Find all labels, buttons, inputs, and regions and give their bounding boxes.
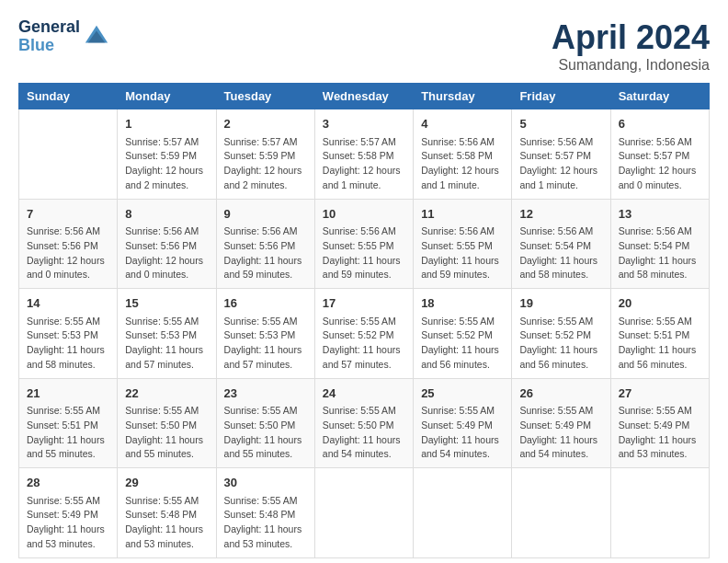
calendar-cell xyxy=(610,468,709,558)
day-info: Sunrise: 5:56 AM Sunset: 5:56 PM Dayligh… xyxy=(125,224,208,282)
calendar-cell: 19Sunrise: 5:55 AM Sunset: 5:52 PM Dayli… xyxy=(512,289,610,379)
day-info: Sunrise: 5:55 AM Sunset: 5:51 PM Dayligh… xyxy=(619,315,701,373)
page-header: GeneralBlue April 2024 Sumandang, Indone… xyxy=(18,18,710,74)
day-info: Sunrise: 5:55 AM Sunset: 5:52 PM Dayligh… xyxy=(421,315,504,373)
day-number: 25 xyxy=(421,385,504,403)
column-header-friday: Friday xyxy=(512,84,610,109)
calendar-cell xyxy=(19,109,118,200)
day-info: Sunrise: 5:57 AM Sunset: 5:59 PM Dayligh… xyxy=(224,135,307,193)
month-title: April 2024 xyxy=(552,18,710,57)
day-info: Sunrise: 5:57 AM Sunset: 5:58 PM Dayligh… xyxy=(323,135,405,193)
calendar-cell: 4Sunrise: 5:56 AM Sunset: 5:58 PM Daylig… xyxy=(414,109,512,200)
logo: GeneralBlue xyxy=(18,18,109,55)
day-number: 26 xyxy=(519,385,602,403)
day-info: Sunrise: 5:55 AM Sunset: 5:53 PM Dayligh… xyxy=(125,315,208,373)
day-number: 28 xyxy=(27,474,109,492)
calendar-cell: 17Sunrise: 5:55 AM Sunset: 5:52 PM Dayli… xyxy=(314,289,413,379)
calendar-cell: 20Sunrise: 5:55 AM Sunset: 5:51 PM Dayli… xyxy=(610,289,709,379)
calendar-cell: 7Sunrise: 5:56 AM Sunset: 5:56 PM Daylig… xyxy=(19,199,118,289)
location-title: Sumandang, Indonesia xyxy=(552,57,710,74)
calendar-cell: 5Sunrise: 5:56 AM Sunset: 5:57 PM Daylig… xyxy=(512,109,610,200)
day-info: Sunrise: 5:56 AM Sunset: 5:56 PM Dayligh… xyxy=(224,224,307,282)
day-number: 5 xyxy=(519,115,602,133)
calendar-cell: 24Sunrise: 5:55 AM Sunset: 5:50 PM Dayli… xyxy=(314,378,413,468)
day-number: 23 xyxy=(224,385,307,403)
day-number: 1 xyxy=(125,115,208,133)
calendar-cell: 23Sunrise: 5:55 AM Sunset: 5:50 PM Dayli… xyxy=(216,378,314,468)
day-info: Sunrise: 5:55 AM Sunset: 5:50 PM Dayligh… xyxy=(125,404,208,462)
day-info: Sunrise: 5:55 AM Sunset: 5:49 PM Dayligh… xyxy=(421,404,504,462)
day-number: 7 xyxy=(27,205,109,224)
calendar-cell xyxy=(512,468,610,558)
calendar-cell xyxy=(414,468,512,558)
day-info: Sunrise: 5:56 AM Sunset: 5:54 PM Dayligh… xyxy=(619,224,701,282)
day-info: Sunrise: 5:56 AM Sunset: 5:55 PM Dayligh… xyxy=(323,224,405,282)
week-row-4: 21Sunrise: 5:55 AM Sunset: 5:51 PM Dayli… xyxy=(19,378,710,468)
column-header-wednesday: Wednesday xyxy=(314,84,413,109)
calendar-cell: 26Sunrise: 5:55 AM Sunset: 5:49 PM Dayli… xyxy=(512,378,610,468)
day-number: 10 xyxy=(323,205,405,224)
title-area: April 2024 Sumandang, Indonesia xyxy=(552,18,710,74)
day-number: 15 xyxy=(125,294,208,313)
calendar-cell: 3Sunrise: 5:57 AM Sunset: 5:58 PM Daylig… xyxy=(314,109,413,200)
week-row-5: 28Sunrise: 5:55 AM Sunset: 5:49 PM Dayli… xyxy=(19,468,710,558)
day-info: Sunrise: 5:55 AM Sunset: 5:48 PM Dayligh… xyxy=(125,494,208,552)
day-info: Sunrise: 5:56 AM Sunset: 5:57 PM Dayligh… xyxy=(519,135,602,193)
day-info: Sunrise: 5:55 AM Sunset: 5:48 PM Dayligh… xyxy=(224,494,307,552)
day-number: 6 xyxy=(619,115,701,133)
calendar-cell: 18Sunrise: 5:55 AM Sunset: 5:52 PM Dayli… xyxy=(414,289,512,379)
column-header-thursday: Thursday xyxy=(414,84,512,109)
day-info: Sunrise: 5:55 AM Sunset: 5:49 PM Dayligh… xyxy=(619,404,701,462)
calendar-cell: 1Sunrise: 5:57 AM Sunset: 5:59 PM Daylig… xyxy=(118,109,216,200)
day-number: 27 xyxy=(619,385,701,403)
day-info: Sunrise: 5:55 AM Sunset: 5:49 PM Dayligh… xyxy=(519,404,602,462)
day-info: Sunrise: 5:56 AM Sunset: 5:58 PM Dayligh… xyxy=(421,135,504,193)
day-number: 4 xyxy=(421,115,504,133)
day-number: 11 xyxy=(421,205,504,224)
calendar-cell: 10Sunrise: 5:56 AM Sunset: 5:55 PM Dayli… xyxy=(314,199,413,289)
day-number: 18 xyxy=(421,294,504,313)
calendar-cell: 16Sunrise: 5:55 AM Sunset: 5:53 PM Dayli… xyxy=(216,289,314,379)
calendar-cell xyxy=(314,468,413,558)
day-info: Sunrise: 5:56 AM Sunset: 5:55 PM Dayligh… xyxy=(421,224,504,282)
day-number: 24 xyxy=(323,385,405,403)
day-number: 19 xyxy=(519,294,602,313)
calendar-cell: 29Sunrise: 5:55 AM Sunset: 5:48 PM Dayli… xyxy=(118,468,216,558)
day-info: Sunrise: 5:56 AM Sunset: 5:54 PM Dayligh… xyxy=(519,224,602,282)
day-number: 16 xyxy=(224,294,307,313)
day-info: Sunrise: 5:55 AM Sunset: 5:52 PM Dayligh… xyxy=(323,315,405,373)
calendar-table: SundayMondayTuesdayWednesdayThursdayFrid… xyxy=(18,83,710,558)
calendar-cell: 8Sunrise: 5:56 AM Sunset: 5:56 PM Daylig… xyxy=(118,199,216,289)
calendar-cell: 25Sunrise: 5:55 AM Sunset: 5:49 PM Dayli… xyxy=(414,378,512,468)
calendar-cell: 28Sunrise: 5:55 AM Sunset: 5:49 PM Dayli… xyxy=(19,468,118,558)
calendar-cell: 14Sunrise: 5:55 AM Sunset: 5:53 PM Dayli… xyxy=(19,289,118,379)
day-number: 8 xyxy=(125,205,208,224)
column-header-tuesday: Tuesday xyxy=(216,84,314,109)
day-info: Sunrise: 5:55 AM Sunset: 5:53 PM Dayligh… xyxy=(27,315,109,373)
day-number: 21 xyxy=(27,385,109,403)
day-info: Sunrise: 5:55 AM Sunset: 5:53 PM Dayligh… xyxy=(224,315,307,373)
week-row-1: 1Sunrise: 5:57 AM Sunset: 5:59 PM Daylig… xyxy=(19,109,710,200)
day-number: 3 xyxy=(323,115,405,133)
column-header-saturday: Saturday xyxy=(610,84,709,109)
calendar-cell: 13Sunrise: 5:56 AM Sunset: 5:54 PM Dayli… xyxy=(610,199,709,289)
day-number: 12 xyxy=(519,205,602,224)
day-info: Sunrise: 5:55 AM Sunset: 5:50 PM Dayligh… xyxy=(224,404,307,462)
day-number: 2 xyxy=(224,115,307,133)
logo-icon xyxy=(84,24,109,50)
day-number: 9 xyxy=(224,205,307,224)
logo-text: GeneralBlue xyxy=(18,18,80,55)
day-number: 29 xyxy=(125,474,208,492)
calendar-cell: 6Sunrise: 5:56 AM Sunset: 5:57 PM Daylig… xyxy=(610,109,709,200)
calendar-cell: 9Sunrise: 5:56 AM Sunset: 5:56 PM Daylig… xyxy=(216,199,314,289)
day-info: Sunrise: 5:55 AM Sunset: 5:52 PM Dayligh… xyxy=(519,315,602,373)
day-number: 30 xyxy=(224,474,307,492)
day-info: Sunrise: 5:55 AM Sunset: 5:49 PM Dayligh… xyxy=(27,494,109,552)
calendar-cell: 27Sunrise: 5:55 AM Sunset: 5:49 PM Dayli… xyxy=(610,378,709,468)
calendar-cell: 30Sunrise: 5:55 AM Sunset: 5:48 PM Dayli… xyxy=(216,468,314,558)
day-number: 17 xyxy=(323,294,405,313)
header-row: SundayMondayTuesdayWednesdayThursdayFrid… xyxy=(19,84,710,109)
day-info: Sunrise: 5:57 AM Sunset: 5:59 PM Dayligh… xyxy=(125,135,208,193)
column-header-sunday: Sunday xyxy=(19,84,118,109)
day-number: 13 xyxy=(619,205,701,224)
